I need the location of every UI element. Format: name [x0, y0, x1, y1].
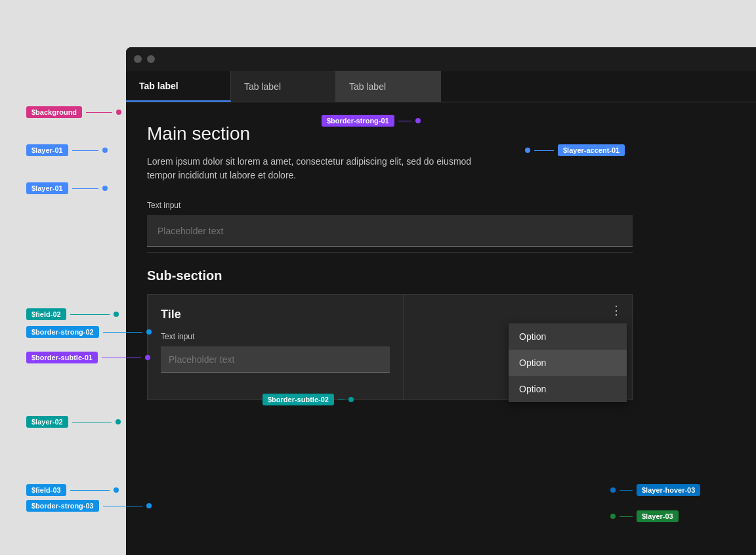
sub-section-title: Sub-section	[147, 268, 735, 283]
annotation-layer-01-tab-label: $layer-01	[26, 144, 68, 156]
annotation-layer-02-label: $layer-02	[26, 416, 68, 428]
annotation-border-strong-02-label: $border-strong-02	[26, 326, 99, 338]
window-dot-1	[134, 55, 142, 63]
dropdown-item-2[interactable]: Option	[509, 350, 627, 376]
annotation-layer-accent-01: $layer-accent-01	[525, 144, 625, 156]
annotation-layer-03: $layer-03	[610, 510, 679, 522]
annotation-border-subtle-02-label: $border-subtle-02	[262, 394, 334, 405]
dropdown-item-3[interactable]: Option	[509, 376, 627, 402]
divider-line	[147, 252, 633, 253]
annotation-border-strong-02: $border-strong-02	[26, 326, 152, 338]
annotation-field-02-label: $field-02	[26, 308, 66, 320]
tab-1-label: Tab label	[139, 81, 178, 91]
tile-area: Tile Text input ⋮ Option Option Option	[147, 294, 633, 400]
overflow-menu-button[interactable]: ⋮	[606, 300, 627, 321]
tab-1[interactable]: Tab label	[126, 71, 231, 102]
app-window: Tab label Tab label Tab label Main secti…	[126, 47, 756, 555]
tile-text-input[interactable]	[161, 346, 390, 373]
main-content: Main section Lorem ipsum dolor sit lorem…	[126, 102, 756, 421]
annotation-layer-01-content-label: $layer-01	[26, 182, 68, 194]
dropdown-item-1[interactable]: Option	[509, 323, 627, 350]
main-section-title: Main section	[147, 123, 735, 144]
annotation-layer-01-content: $layer-01	[26, 182, 108, 194]
annotation-layer-hover-03-label: $layer-hover-03	[637, 484, 700, 496]
annotation-layer-02: $layer-02	[26, 416, 121, 428]
window-dot-2	[147, 55, 155, 63]
annotation-background: $background	[26, 106, 121, 118]
annotation-layer-accent-01-label: $layer-accent-01	[558, 144, 625, 156]
tab-3[interactable]: Tab label	[336, 71, 441, 102]
tile-input-label: Text input	[161, 332, 390, 341]
main-text-input[interactable]	[147, 215, 633, 247]
annotation-border-strong-03-label: $border-strong-03	[26, 500, 99, 512]
annotation-border-strong-03: $border-strong-03	[26, 500, 152, 512]
annotation-field-03-label: $field-03	[26, 484, 66, 496]
tab-3-label: Tab label	[349, 81, 386, 92]
annotation-border-subtle-01: $border-subtle-01	[26, 352, 150, 363]
annotation-border-subtle-02: $border-subtle-02	[262, 394, 354, 405]
dropdown-menu: Option Option Option	[509, 323, 627, 402]
annotation-border-strong-01-label: $border-strong-01	[322, 115, 394, 127]
titlebar	[126, 47, 756, 71]
tile-left: Tile Text input	[148, 295, 404, 400]
tab-2[interactable]: Tab label	[231, 71, 336, 102]
text-input-label: Text input	[147, 201, 735, 210]
annotation-border-subtle-01-label: $border-subtle-01	[26, 352, 98, 363]
annotation-layer-03-label: $layer-03	[637, 510, 679, 522]
main-section-body: Lorem ipsum dolor sit lorem a amet, cons…	[147, 155, 475, 182]
annotation-layer-hover-03: $layer-hover-03	[610, 484, 700, 496]
annotation-layer-01-tab: $layer-01	[26, 144, 108, 156]
annotation-field-02: $field-02	[26, 308, 119, 320]
tab-2-label: Tab label	[244, 81, 281, 92]
tile-right: ⋮ Option Option Option	[404, 295, 633, 400]
text-input-wrapper	[147, 215, 633, 247]
tabs-bar: Tab label Tab label Tab label	[126, 71, 756, 102]
tile-title: Tile	[161, 308, 390, 321]
annotation-border-strong-01: $border-strong-01	[322, 115, 421, 127]
annotation-field-03: $field-03	[26, 484, 119, 496]
annotation-background-label: $background	[26, 106, 82, 118]
